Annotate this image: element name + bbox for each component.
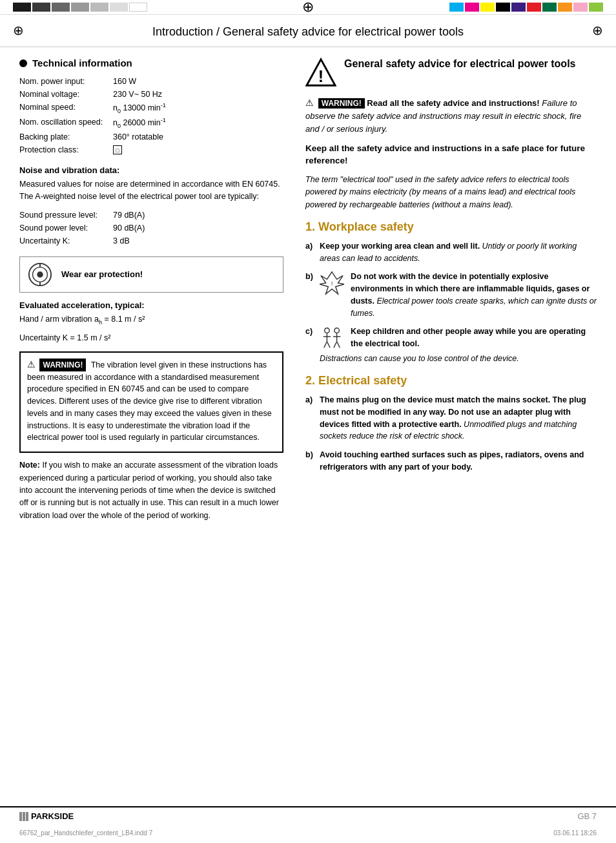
swatch-lime [589,3,603,12]
svg-line-18 [337,342,340,348]
right-column: ! General safety advice for electrical p… [296,47,597,522]
electrical-item-a: The mains plug on the device must match … [320,394,597,442]
svg-text:!: ! [331,280,333,287]
workplace-a-bold: Keep your working area clean and well li… [320,242,480,251]
explosion-icon: ! [320,271,344,295]
footer-page-num: GB 7 [577,811,597,821]
svg-text:!: ! [318,67,323,85]
swatch-magenta [465,3,479,12]
ear-protection-label: Wear ear protection! [61,269,143,279]
ear-protection-box: Wear ear protection! [19,256,283,293]
warning-read-bold: Read all the safety advice and instructi… [367,98,539,108]
registration-bar: ⊕ [0,0,616,15]
noise-table: Sound pressure level: 79 dB(A) Sound pow… [19,209,283,247]
color-swatches-left [13,3,147,12]
swatch-gray2 [71,3,89,12]
workplace-item-a: Keep your working area clean and well li… [320,240,597,265]
protection-class-symbol: □ [113,145,122,154]
logo-bar-1 [19,812,22,821]
vibration-warning-box: ⚠ WARNING! The vibration level given in … [19,351,283,453]
keep-safe-title: Keep all the safety advice and instructi… [305,143,597,167]
warning-triangle-icon: ⚠ [27,358,36,371]
ear-protection-icon [28,262,52,287]
warning-read-paragraph: ⚠ WARNING! Read all the safety advice an… [305,96,597,135]
electrical-item-b: Avoid touching earthed surfaces such as … [320,449,597,474]
noise-section-title: Noise and vibration data: [19,165,283,175]
swatch-gray1 [52,3,70,12]
safety-advice-header: ! General safety advice for electrical p… [305,57,597,88]
swatch-green [542,3,557,12]
list-item: a) The mains plug on the device must mat… [305,394,597,442]
list-item: b) Avoid touching earthed surfaces such … [305,449,597,474]
swatch-violet [511,3,526,12]
note-label: Note: [19,461,40,470]
accel-hand-text: Hand / arm vibration ah = 8.1 m / s² [19,313,283,327]
table-row: Sound power level: 90 dB(A) [19,222,283,234]
list-letter-ea: a) [305,394,314,442]
list-letter-c: c) [305,326,314,365]
list-letter-eb: b) [305,449,314,474]
swatch-gray4 [110,3,128,12]
tech-table: Nom. power input: 160 W Nominal voltage:… [19,75,283,156]
noise-intro-text: Measured values for noise are determined… [19,178,283,203]
table-row: Nom. power input: 160 W [19,75,283,88]
warning-body-text: The vibration level given in these instr… [27,360,272,442]
swatch-white [129,3,147,12]
table-row: Backing plate: 360° rotatable [19,130,283,143]
svg-line-17 [334,342,337,348]
table-row: Nom. oscillation speed: n0 26000 min-1 [19,116,283,130]
electrical-b-bold: Avoid touching earthed surfaces such as … [320,450,584,472]
color-swatches-right [449,3,603,12]
file-info: 66762_par_Handschleifer_content_LB4.indd… [19,829,152,837]
workplace-item-b: ! Do not work with the device in potenti… [320,271,597,319]
warning-read-triangle-icon: ⚠ [305,96,314,110]
crosshair-center: ⊕ [302,0,314,16]
electrical-section-title: 2. Electrical safety [305,374,597,388]
list-item: b) ! Do not work with the device in pote… [305,271,597,319]
accel-title: Evaluated acceleration, typical: [19,300,283,310]
list-letter-a: a) [305,240,314,265]
page-footer: PARKSIDE GB 7 [0,806,616,825]
page-title: Introduction / General safety advice for… [39,25,577,39]
svg-line-13 [327,342,331,348]
swatch-cyan [449,3,464,12]
swatch-black [496,3,510,12]
main-content: Technical information Nom. power input: … [0,47,616,522]
list-item: c) Keep c [305,326,597,365]
left-column: Technical information Nom. power input: … [19,47,296,522]
table-row: Sound pressure level: 79 dB(A) [19,209,283,222]
footer-right: GB 7 [577,811,597,821]
term-paragraph: The term "electrical tool" used in the s… [305,174,597,211]
svg-line-12 [324,342,327,348]
safety-title-text: General safety advice for electrical pow… [344,57,575,71]
note-paragraph: Note: If you wish to make an accurate as… [19,459,283,522]
parkside-logo: PARKSIDE [19,811,74,821]
warning-read-tag: WARNING! [318,98,365,109]
swatch-black2 [32,3,50,12]
table-row: Uncertainty K: 3 dB [19,234,283,247]
swatch-black1 [13,3,31,12]
workplace-item-c: Keep children and other people away whil… [320,326,597,365]
people-away-icon [320,326,344,350]
icon-text-row: Keep children and other people away whil… [320,326,597,350]
brand-name: PARKSIDE [31,811,74,821]
note-text: If you wish to make an accurate assessme… [19,461,279,520]
tech-section-title: Technical information [19,57,283,68]
workplace-c-bold: Keep children and other people away whil… [351,327,586,348]
warning-tag: WARNING! [39,359,86,371]
logo-bar-3 [26,812,28,821]
left-crosshair: ⊕ [13,23,24,38]
bullet-icon [19,59,27,67]
workplace-section-title: 1. Workplace safety [305,220,597,234]
list-item: a) Keep your working area clean and well… [305,240,597,265]
workplace-c-italic: Distractions can cause you to lose contr… [320,354,519,363]
svg-point-14 [334,328,340,333]
swatch-orange [558,3,572,12]
logo-bars [19,812,28,821]
workplace-b-italic: Electrical power tools create sparks, wh… [351,297,597,318]
safety-warning-triangle-icon: ! [305,57,336,88]
right-crosshair: ⊕ [592,23,603,38]
icon-text-row: ! Do not work with the device in potenti… [320,271,597,319]
date-info: 03.06.11 18:26 [553,829,597,837]
svg-point-2 [37,271,43,278]
